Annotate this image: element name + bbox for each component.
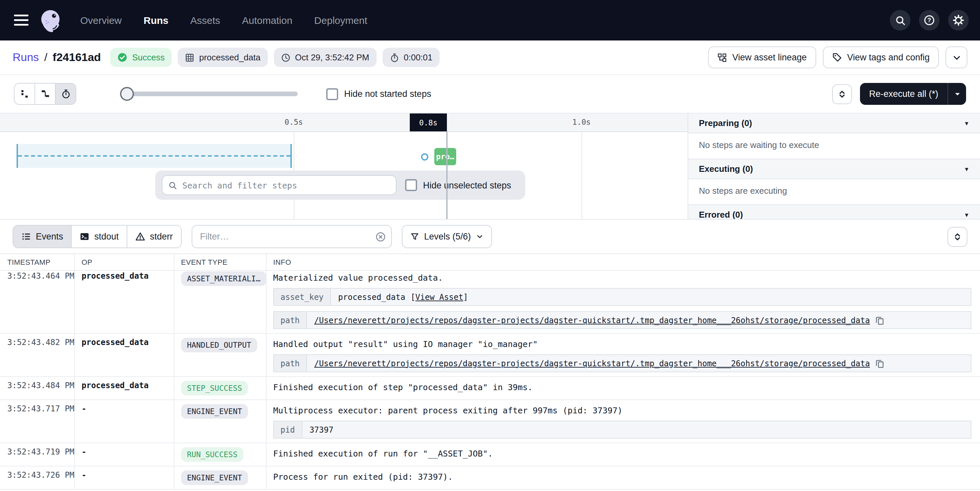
- metadata-text: 37397: [309, 425, 333, 434]
- table-header-row: TIMESTAMPOPEVENT TYPEINFO: [0, 254, 980, 271]
- nav-link-overview[interactable]: Overview: [80, 14, 122, 26]
- view-mode-timed-view-icon[interactable]: [55, 84, 76, 104]
- expand-log-button[interactable]: [948, 226, 967, 247]
- gantt-filter-overlay: Hide unselected steps: [155, 171, 525, 200]
- event-message: Handled output "result" using IO manager…: [273, 338, 974, 349]
- nav-settings-icon-button[interactable]: [948, 10, 969, 30]
- tab-events[interactable]: Events: [13, 226, 71, 247]
- event-type-badge: ENGINE_EVENT: [181, 470, 248, 485]
- event-timestamp: 3:52:43.464 PM: [0, 271, 74, 333]
- nav-search-icon-button[interactable]: [890, 10, 910, 30]
- nav-link-automation[interactable]: Automation: [242, 14, 293, 26]
- panel-section-title: Preparing (0): [699, 118, 752, 128]
- run-tag-chip: Oct 29, 3:52:42 PM: [274, 48, 377, 67]
- gantt-step-bar[interactable]: pro…: [434, 148, 456, 165]
- event-op: -: [74, 400, 174, 443]
- event-info: Multiprocess executor: parent process ex…: [266, 400, 980, 443]
- nav-link-assets[interactable]: Assets: [190, 14, 220, 26]
- gantt-cursor-line: [446, 131, 447, 219]
- zoom-slider-handle[interactable]: [120, 87, 134, 101]
- settings-icon: [953, 14, 964, 26]
- step-search-input[interactable]: [181, 180, 390, 191]
- nav-link-deployment[interactable]: Deployment: [314, 14, 368, 26]
- reexecute-dropdown-button[interactable]: [948, 83, 966, 105]
- copy-icon[interactable]: [875, 359, 885, 368]
- metadata-value: /Users/neverett/projects/repos/dagster-p…: [307, 312, 892, 328]
- column-header: EVENT TYPE: [174, 254, 266, 270]
- expand-gantt-button[interactable]: [832, 84, 852, 104]
- panel-section-header[interactable]: Preparing (0)▼: [688, 113, 980, 133]
- tab-stdout[interactable]: stdout: [71, 226, 127, 247]
- event-log-row: 3:52:43.482 PMprocessed_dataHANDLED_OUTP…: [0, 334, 980, 377]
- event-log-row: 3:52:43.464 PMprocessed_dataASSET_MATERI…: [0, 271, 980, 334]
- panel-section-title: Executing (0): [699, 164, 753, 174]
- event-type-cell: ENGINE_EVENT: [174, 400, 266, 443]
- tab-stderr[interactable]: stderr: [127, 226, 181, 247]
- event-type-cell: RUN_SUCCESS: [174, 443, 266, 466]
- reexecute-split-button: Re-execute all (*): [860, 83, 966, 105]
- copy-icon[interactable]: [875, 316, 885, 325]
- event-timestamp: 3:52:43.482 PM: [0, 334, 74, 376]
- metadata-value: /Users/neverett/projects/repos/dagster-p…: [307, 355, 892, 371]
- view-mode-waterfall-view-icon[interactable]: [35, 84, 55, 104]
- view-tags-and-config-button[interactable]: View tags and config: [822, 46, 939, 69]
- event-info: Process for run exited (pid: 37397).: [266, 467, 980, 489]
- metadata-key: asset_key: [274, 289, 331, 305]
- stopwatch-icon: [390, 53, 399, 62]
- column-header: INFO: [266, 254, 980, 270]
- gantt-tick-label: 1.0s: [572, 113, 590, 131]
- run-tag-label: processed_data: [199, 53, 261, 62]
- run-tag-label: 0:00:01: [404, 53, 433, 62]
- metadata-path-link[interactable]: /Users/neverett/projects/repos/dagster-p…: [314, 316, 870, 325]
- event-timestamp: 3:52:43.484 PM: [0, 377, 74, 399]
- status-badge-label: Success: [132, 53, 164, 62]
- menu-icon[interactable]: [11, 10, 31, 30]
- zoom-slider[interactable]: [120, 86, 298, 102]
- metadata-key: path: [274, 312, 307, 328]
- panel-section-header[interactable]: Errored (0)▼: [688, 205, 980, 219]
- tab-label: stdout: [94, 231, 119, 242]
- nav-link-runs[interactable]: Runs: [143, 14, 169, 26]
- event-type-cell: STEP_SUCCESS: [174, 377, 266, 399]
- run-more-options-button[interactable]: [945, 46, 967, 69]
- event-info: Finished execution of run for "__ASSET_J…: [266, 443, 980, 466]
- gantt-gridline: [582, 131, 582, 219]
- clear-filter-icon[interactable]: [375, 231, 385, 242]
- status-badge: Success: [110, 48, 172, 67]
- zoom-slider-track[interactable]: [127, 92, 298, 96]
- metadata-key: pid: [274, 421, 302, 438]
- view-asset-link[interactable]: View Asset: [415, 292, 463, 301]
- metadata-key: path: [274, 355, 307, 371]
- flat-view-icon: [19, 89, 30, 99]
- event-log-table: TIMESTAMPOPEVENT TYPEINFO3:52:43.464 PMp…: [0, 253, 980, 490]
- levels-dropdown[interactable]: Levels (5/6): [401, 225, 492, 248]
- event-timestamp: 3:52:43.719 PM: [0, 443, 74, 466]
- hide-not-started-checkbox[interactable]: [326, 88, 338, 100]
- column-header: TIMESTAMP: [0, 254, 74, 270]
- gantt-tick-label: 0.5s: [285, 113, 303, 131]
- panel-section-body: No steps are executing: [688, 179, 980, 205]
- view-asset-lineage-button[interactable]: View asset lineage: [708, 46, 816, 69]
- panel-section-header[interactable]: Executing (0)▼: [688, 159, 980, 179]
- event-timestamp: 3:52:43.717 PM: [0, 400, 74, 443]
- button-label: View tags and config: [847, 53, 930, 62]
- tab-label: Events: [36, 231, 63, 242]
- reexecute-button[interactable]: Re-execute all (*): [860, 83, 948, 105]
- button-label: View asset lineage: [732, 53, 807, 62]
- nav-help-icon-button[interactable]: ?: [919, 10, 940, 30]
- run-tag-label: Oct 29, 3:52:42 PM: [295, 53, 369, 62]
- hide-unselected-control[interactable]: Hide unselected steps: [405, 179, 511, 191]
- view-mode-flat-view-icon[interactable]: [14, 84, 35, 104]
- metadata-path-link[interactable]: /Users/neverett/projects/repos/dagster-p…: [314, 359, 870, 368]
- run-tag-chip[interactable]: processed_data: [178, 48, 268, 67]
- breadcrumb-runs-link[interactable]: Runs: [13, 51, 39, 64]
- log-filter-input[interactable]: [191, 225, 391, 248]
- hide-not-started-control[interactable]: Hide not started steps: [326, 88, 431, 100]
- dagster-logo[interactable]: [38, 8, 63, 33]
- column-header: OP: [74, 254, 174, 270]
- terminal-icon: [80, 231, 90, 242]
- hide-unselected-checkbox[interactable]: [405, 179, 417, 191]
- gantt-step-start-marker[interactable]: [421, 153, 428, 161]
- run-header: Runs / f24161ad Success processed_dataOc…: [0, 40, 980, 75]
- step-search-field: [162, 175, 396, 195]
